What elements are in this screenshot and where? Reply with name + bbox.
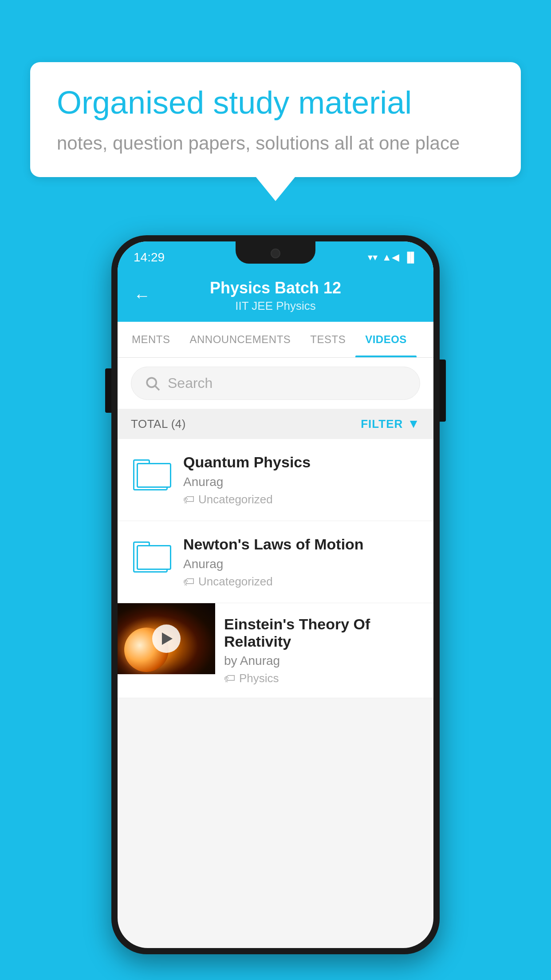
folder-front bbox=[137, 545, 171, 570]
thumb-wrapper bbox=[118, 603, 215, 674]
total-count: TOTAL (4) bbox=[131, 417, 186, 431]
tab-videos[interactable]: VIDEOS bbox=[355, 322, 417, 357]
list-item-thumb[interactable]: Einstein's Theory Of Relativity by Anura… bbox=[118, 603, 433, 698]
camera-dot bbox=[271, 249, 280, 258]
item-content: Newton's Laws of Motion Anurag 🏷 Uncateg… bbox=[183, 535, 420, 589]
item-author: Anurag bbox=[183, 475, 420, 489]
item-tag: 🏷 Uncategorized bbox=[183, 493, 420, 506]
speech-bubble-section: Organised study material notes, question… bbox=[30, 62, 521, 201]
tab-announcements[interactable]: ANNOUNCEMENTS bbox=[180, 322, 301, 357]
filter-button[interactable]: FILTER ▼ bbox=[361, 417, 420, 431]
signal-icon: ▲◀ bbox=[382, 252, 399, 263]
tag-label: Uncategorized bbox=[198, 493, 273, 506]
tag-icon: 🏷 bbox=[183, 493, 195, 506]
item-title: Einstein's Theory Of Relativity bbox=[224, 616, 425, 650]
search-placeholder: Search bbox=[168, 375, 213, 391]
status-icons: ▾▾ ▲◀ ▐▌ bbox=[368, 252, 417, 263]
phone-notch bbox=[236, 241, 315, 264]
tab-bar: MENTS ANNOUNCEMENTS TESTS VIDEOS bbox=[118, 322, 433, 358]
search-icon bbox=[145, 375, 161, 391]
tab-tests[interactable]: TESTS bbox=[300, 322, 355, 357]
tag-label: Physics bbox=[239, 672, 279, 685]
wifi-icon: ▾▾ bbox=[368, 252, 378, 263]
search-bar-container: Search bbox=[118, 358, 433, 409]
folder-front bbox=[137, 463, 171, 488]
list-item[interactable]: Quantum Physics Anurag 🏷 Uncategorized bbox=[118, 439, 433, 521]
item-author: Anurag bbox=[183, 557, 420, 571]
play-button[interactable] bbox=[152, 624, 181, 653]
folder-icon bbox=[133, 541, 169, 573]
item-title: Quantum Physics bbox=[183, 453, 420, 471]
bubble-subtext: notes, question papers, solutions all at… bbox=[57, 133, 494, 154]
tag-icon: 🏷 bbox=[183, 575, 195, 589]
search-bar[interactable]: Search bbox=[131, 367, 420, 400]
page-title: Physics Batch 12 bbox=[161, 279, 390, 297]
item-tag: 🏷 Uncategorized bbox=[183, 575, 420, 589]
filter-icon: ▼ bbox=[407, 417, 420, 431]
status-time: 14:29 bbox=[134, 250, 165, 265]
tag-icon: 🏷 bbox=[224, 672, 236, 685]
battery-icon: ▐▌ bbox=[404, 252, 417, 263]
list-item[interactable]: Newton's Laws of Motion Anurag 🏷 Uncateg… bbox=[118, 521, 433, 603]
svg-line-1 bbox=[155, 386, 159, 390]
bubble-heading: Organised study material bbox=[57, 85, 494, 120]
item-author: by Anurag bbox=[224, 654, 425, 668]
item-icon bbox=[131, 455, 171, 495]
thumb-content: Einstein's Theory Of Relativity by Anura… bbox=[215, 603, 433, 698]
item-title: Newton's Laws of Motion bbox=[183, 535, 420, 553]
page-subtitle: IIT JEE Physics bbox=[161, 299, 390, 313]
header-title-block: Physics Batch 12 IIT JEE Physics bbox=[161, 279, 390, 313]
play-icon bbox=[162, 632, 173, 645]
filter-bar: TOTAL (4) FILTER ▼ bbox=[118, 409, 433, 439]
tag-label: Uncategorized bbox=[198, 575, 273, 589]
phone-mockup: 14:29 ▾▾ ▲◀ ▐▌ ← Physics Batch 12 IIT JE… bbox=[111, 235, 440, 954]
item-tag: 🏷 Physics bbox=[224, 672, 425, 685]
bubble-tail bbox=[256, 177, 295, 201]
speech-bubble-card: Organised study material notes, question… bbox=[30, 62, 521, 177]
video-list: Quantum Physics Anurag 🏷 Uncategorized bbox=[118, 439, 433, 698]
phone-outer: 14:29 ▾▾ ▲◀ ▐▌ ← Physics Batch 12 IIT JE… bbox=[111, 235, 440, 954]
filter-label: FILTER bbox=[361, 417, 403, 431]
app-header: ← Physics Batch 12 IIT JEE Physics bbox=[118, 270, 433, 322]
back-button[interactable]: ← bbox=[134, 286, 150, 305]
svg-point-0 bbox=[147, 378, 156, 387]
tab-ments[interactable]: MENTS bbox=[122, 322, 180, 357]
item-content: Quantum Physics Anurag 🏷 Uncategorized bbox=[183, 453, 420, 506]
phone-screen: 14:29 ▾▾ ▲◀ ▐▌ ← Physics Batch 12 IIT JE… bbox=[118, 241, 433, 948]
folder-icon bbox=[133, 459, 169, 490]
item-icon bbox=[131, 537, 171, 577]
